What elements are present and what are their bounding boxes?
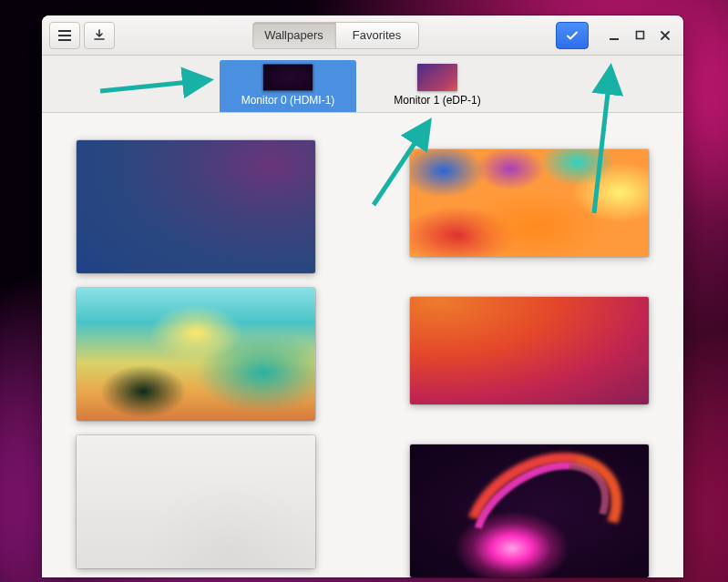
monitor-tab-0[interactable]: Monitor 0 (HDMI-1) [220, 60, 356, 112]
svg-rect-1 [636, 32, 643, 39]
wallpaper-item[interactable] [410, 149, 649, 257]
minimize-icon [609, 30, 620, 41]
monitor-thumb [263, 64, 313, 90]
check-icon [565, 28, 579, 43]
tab-group: Wallpapers Favorites [252, 22, 419, 49]
menu-button[interactable] [49, 22, 80, 49]
wallpaper-item[interactable] [410, 444, 649, 577]
maximize-button[interactable] [629, 25, 651, 46]
svg-rect-0 [610, 38, 619, 40]
wallpaper-item[interactable] [77, 140, 315, 273]
maximize-icon [635, 30, 645, 40]
monitor-thumb [417, 64, 457, 91]
import-icon [93, 29, 106, 42]
monitor-label: Monitor 0 (HDMI-1) [241, 94, 335, 107]
close-button[interactable] [654, 25, 676, 46]
close-icon [660, 30, 671, 41]
tab-label: Wallpapers [264, 28, 323, 42]
apply-button[interactable] [556, 22, 589, 49]
tab-wallpapers[interactable]: Wallpapers [252, 22, 336, 49]
monitor-bar: Monitor 0 (HDMI-1) Monitor 1 (eDP-1) [42, 56, 683, 113]
import-button[interactable] [84, 22, 115, 49]
monitor-label: Monitor 1 (eDP-1) [394, 94, 480, 107]
monitor-tab-1[interactable]: Monitor 1 (eDP-1) [369, 60, 506, 112]
minimize-button[interactable] [603, 25, 625, 46]
titlebar: Wallpapers Favorites [42, 15, 683, 56]
wallpaper-item[interactable] [410, 297, 649, 404]
wallpaper-grid[interactable] [42, 113, 683, 577]
hamburger-icon [58, 35, 71, 36]
wallpaper-item[interactable] [77, 435, 315, 568]
wallpaper-item[interactable] [77, 288, 315, 421]
wallpaper-window: Wallpapers Favorites Monitor 0 (HDMI-1) … [42, 15, 683, 577]
tab-label: Favorites [353, 28, 401, 42]
tab-favorites[interactable]: Favorites [335, 22, 419, 49]
